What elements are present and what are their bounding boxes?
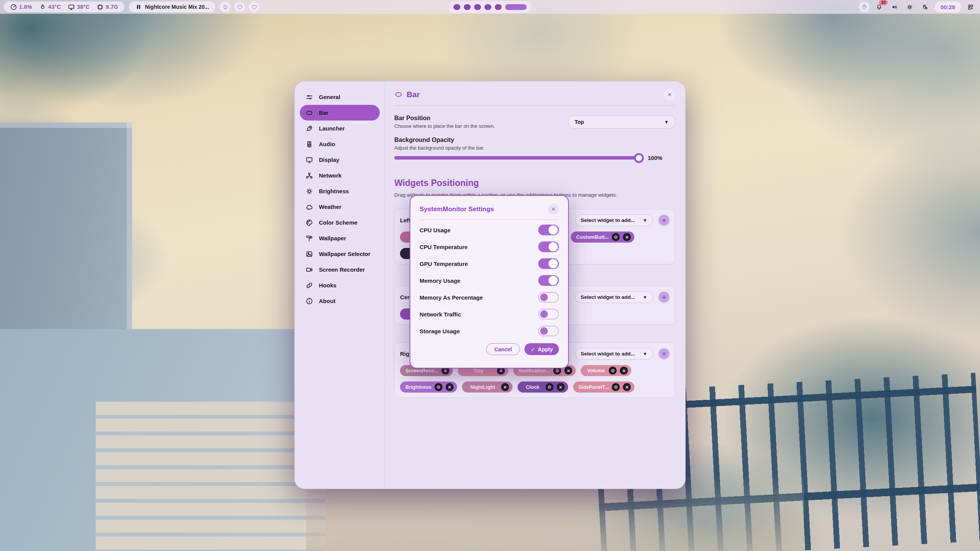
workspace-dot[interactable] (454, 4, 461, 10)
workspace-indicator[interactable] (449, 1, 531, 13)
tray-app-button[interactable] (859, 2, 870, 12)
add-widget-select[interactable]: Select widget to add...▼ (575, 214, 653, 226)
sidebar-item-launcher[interactable]: Launcher (300, 121, 380, 136)
stat-value: 9.7G (106, 4, 118, 10)
dialog-divider (420, 220, 559, 220)
opacity-slider[interactable] (394, 156, 642, 160)
widget-settings-button[interactable]: ⚙ (434, 383, 443, 391)
widget-remove-button[interactable]: × (446, 383, 454, 391)
widget-remove-button[interactable]: × (557, 383, 565, 391)
sidebar-item-bar[interactable]: Bar (300, 105, 380, 121)
sidebar-item-hooks[interactable]: Hooks (300, 277, 380, 293)
widget-remove-button[interactable]: × (564, 367, 572, 375)
add-widget-select[interactable]: Select widget to add...▼ (575, 348, 653, 360)
toggle-row: CPU Temperature (420, 238, 559, 255)
nightlight-button[interactable] (920, 1, 931, 13)
toggle-cpu-temperature[interactable] (538, 241, 559, 252)
sidebar-item-display[interactable]: Display (300, 152, 380, 168)
stat-flame: 43°C (39, 3, 61, 11)
sidebar-item-network[interactable]: Network (300, 168, 380, 183)
widget-chip-brightness[interactable]: Brightness⚙× (400, 381, 457, 393)
widget-chip-custombutt[interactable]: CustomButt...⚙× (571, 231, 634, 243)
add-widget-select[interactable]: Select widget to add...▼ (575, 291, 653, 303)
widget-chip-volume[interactable]: Volume⚙× (581, 365, 631, 376)
rocket-icon (305, 125, 313, 132)
section-controls: Select widget to add...▼+ (575, 348, 670, 360)
workspace-dot[interactable] (474, 4, 481, 10)
widget-chip-label: ScreenReco... (405, 368, 438, 373)
grid-plus-icon (967, 4, 974, 10)
sidebar-item-about[interactable]: About (300, 293, 380, 309)
sidebar-item-label: Color Scheme (319, 219, 358, 226)
widget-settings-button[interactable]: ⚙ (612, 383, 620, 391)
dialog-toggle-list: CPU UsageCPU TemperatureGPU TemperatureM… (420, 222, 559, 339)
workspace-dot[interactable] (485, 4, 492, 10)
toggle-gpu-temperature[interactable] (538, 258, 559, 269)
workspace-active-pill[interactable] (505, 4, 527, 10)
stat-value: 43°C (48, 4, 61, 10)
dashboard-button[interactable] (965, 1, 976, 13)
widget-remove-button[interactable]: × (623, 383, 631, 391)
sidebar-item-wallpaper[interactable]: Wallpaper (300, 230, 380, 246)
widget-chip-clock[interactable]: Clock⚙× (518, 381, 568, 393)
panel-title: Bar (407, 90, 664, 99)
media-widget[interactable]: Nightcore Music Mix 20... (129, 2, 215, 12)
heart-button[interactable] (249, 2, 260, 12)
sidebar-item-weather[interactable]: Weather (300, 199, 380, 215)
brightness-button[interactable] (904, 1, 916, 13)
toggle-network-traffic[interactable] (538, 309, 559, 320)
opacity-slider-knob[interactable] (634, 153, 644, 163)
sidebar-item-screen-recorder[interactable]: Screen Recorder (300, 262, 380, 277)
widget-remove-button[interactable]: × (620, 367, 628, 375)
sidebar-item-audio[interactable]: Audio (300, 136, 380, 152)
heart-icon (251, 4, 258, 10)
sidebar-item-label: Brightness (319, 188, 349, 194)
sidebar-item-brightness[interactable]: Brightness (300, 183, 380, 199)
toggle-memory-usage[interactable] (538, 275, 559, 286)
system-stats-widget[interactable]: 1.8%43°C38°C9.7G (4, 2, 124, 12)
widget-chip-nightlight[interactable]: NightLight× (462, 381, 513, 393)
widget-chip-sidepanelt[interactable]: SidePanelT...⚙× (573, 381, 634, 393)
bar-position-select[interactable]: Top ▼ (568, 115, 675, 129)
toggle-memory-as-percentage[interactable] (538, 292, 559, 303)
sun-icon (305, 187, 313, 195)
widget-chip-label: NightLight (467, 384, 498, 390)
sidebar-item-wallpaper-selector[interactable]: Wallpaper Selector (300, 246, 380, 262)
notifications-button[interactable]: 10 (874, 1, 885, 13)
link-icon (305, 282, 313, 289)
caret-down-icon: ▼ (664, 119, 669, 125)
apply-label: Apply (538, 346, 553, 352)
clock-widget[interactable]: 00:28 (935, 2, 961, 13)
workspace-dot[interactable] (464, 4, 471, 10)
toggle-row: Memory As Percentage (420, 289, 559, 306)
stat-monitor: 38°C (68, 3, 90, 11)
systemmonitor-dialog: SystemMonitor Settings × CPU UsageCPU Te… (410, 195, 569, 368)
add-widget-button[interactable]: + (658, 215, 670, 226)
dialog-close-button[interactable]: × (548, 204, 559, 215)
top-bar: 1.8%43°C38°C9.7G Nightcore Music Mix 20.… (0, 0, 980, 14)
heart-button[interactable] (234, 2, 245, 12)
sidebar-item-label: Audio (319, 141, 335, 147)
pause-icon (135, 3, 142, 10)
weather-icon (305, 203, 313, 211)
window-close-button[interactable]: × (664, 89, 675, 100)
background-opacity-block: Background Opacity Adjust the background… (394, 137, 675, 161)
apply-button[interactable]: ✓ Apply (524, 343, 559, 355)
widget-settings-button[interactable]: ⚙ (609, 367, 617, 375)
widget-remove-button[interactable]: × (623, 233, 631, 241)
widget-settings-button[interactable]: ⚙ (612, 233, 620, 241)
add-widget-button[interactable]: + (658, 348, 670, 359)
workspace-dot[interactable] (495, 4, 502, 10)
add-widget-button[interactable]: + (658, 292, 670, 303)
cancel-button[interactable]: Cancel (486, 343, 520, 355)
widget-remove-button[interactable]: × (501, 383, 509, 391)
toggle-storage-usage[interactable] (538, 326, 559, 336)
sidebar-item-general[interactable]: General (300, 89, 380, 105)
sidebar-item-color-scheme[interactable]: Color Scheme (300, 215, 380, 230)
skull-button[interactable] (220, 2, 230, 12)
widget-settings-button[interactable]: ⚙ (546, 383, 554, 391)
volume-button[interactable] (889, 1, 900, 13)
caret-down-icon: ▼ (643, 351, 647, 357)
toggle-cpu-usage[interactable] (538, 225, 559, 235)
widget-chip-label: SidePanelT... (578, 384, 609, 390)
